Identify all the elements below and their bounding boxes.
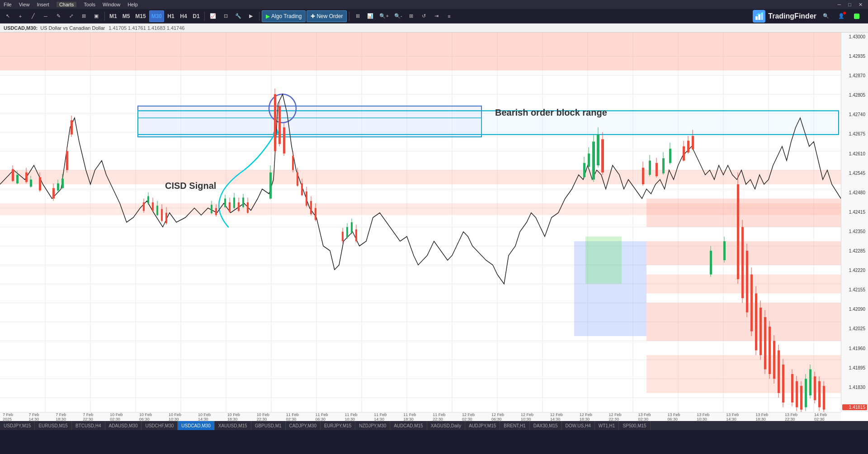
title-help[interactable]: Help — [127, 2, 138, 7]
price-8: 1.42545 — [842, 171, 867, 176]
search-btn[interactable]: 🔍 — [820, 10, 832, 22]
tab-xagusd-daily[interactable]: XAGUSD,Daily — [427, 421, 465, 430]
title-file[interactable]: File — [4, 2, 12, 7]
tab-eurjpy-m15[interactable]: EURJPY,M15 — [321, 421, 355, 430]
tab-sp500-m15[interactable]: SP500,M15 — [619, 421, 650, 430]
chart-canvas[interactable]: Bearish order block range CISD Signal — [0, 33, 841, 412]
time-label-21: 12 Feb 22:30 — [606, 412, 636, 421]
time-label-18: 12 Feb 10:30 — [518, 412, 547, 421]
tab-btcusd-h4[interactable]: BTCUSD,H4 — [72, 421, 105, 430]
toolbar: ↖ + ╱ ─ ✎ ⤢ ⊞ ▣ M1 M5 M15 M30 H1 H4 D1 📈… — [0, 9, 868, 23]
zoom-out-btn[interactable]: 🔍- — [392, 10, 405, 22]
time-label-20: 12 Feb 18:30 — [577, 412, 606, 421]
scroll-end-btn[interactable]: ⇥ — [431, 10, 443, 22]
window-controls: ─ □ ✕ — [836, 2, 864, 8]
tab-wt1-h1[interactable]: WT1,H1 — [595, 421, 619, 430]
price-2: 1.42935 — [842, 54, 867, 59]
depth-btn[interactable]: ⊞ — [352, 10, 363, 22]
tab-audjpy-m15[interactable]: AUDJPY,M15 — [465, 421, 500, 430]
cursor-tool[interactable]: ↖ — [2, 10, 14, 22]
tf-h4[interactable]: H4 — [178, 10, 189, 22]
tab-adausd-m30[interactable]: ADAUSD,M30 — [105, 421, 142, 430]
time-scale: 7 Feb 2025 7 Feb 14:30 7 Feb 18:30 7 Feb… — [0, 412, 841, 421]
time-label-2: 7 Feb 18:30 — [53, 412, 80, 421]
separator-1 — [104, 12, 105, 21]
maximize-btn[interactable]: □ — [846, 2, 853, 8]
refresh-btn[interactable]: ↺ — [418, 10, 430, 22]
chart-area: USDCAD,M30: US Dollar vs Canadian Dollar… — [0, 23, 868, 430]
svg-rect-44 — [646, 199, 841, 227]
tab-nzdjpy-m30[interactable]: NZDJPY,M30 — [355, 421, 390, 430]
time-label-1: 7 Feb 14:30 — [26, 412, 53, 421]
tab-dax30-m15[interactable]: DAX30,M15 — [530, 421, 562, 430]
svg-rect-47 — [646, 303, 841, 341]
time-label-6: 10 Feb 10:30 — [166, 412, 195, 421]
tab-gbpusd-m1[interactable]: GBPUSD,M1 — [251, 421, 286, 430]
minimize-btn[interactable]: ─ — [836, 2, 843, 8]
chart-type-btn[interactable]: 📈 — [207, 10, 219, 22]
shapes-tool[interactable]: ▣ — [90, 10, 102, 22]
title-tools[interactable]: Tools — [84, 2, 95, 7]
properties-btn[interactable]: ≡ — [443, 10, 455, 22]
time-label-7: 10 Feb 14:30 — [195, 412, 225, 421]
tab-xauusd-m15[interactable]: XAUUSD,M15 — [215, 421, 251, 430]
new-order-btn[interactable]: ✚ New Order — [307, 10, 347, 22]
tf-m5[interactable]: M5 — [120, 10, 132, 22]
price-16: 1.42025 — [842, 326, 867, 331]
title-window[interactable]: Window — [103, 2, 120, 7]
notification-btn[interactable]: 👤 — [835, 10, 847, 22]
price-12: 1.42285 — [842, 248, 867, 253]
tf-d1[interactable]: D1 — [190, 10, 202, 22]
bearish-label-text: Bearish order block range — [495, 107, 607, 117]
arrow-tool[interactable]: ⤢ — [65, 10, 77, 22]
price-13: 1.42220 — [842, 268, 867, 273]
close-btn[interactable]: ✕ — [857, 2, 864, 8]
time-label-9: 10 Feb 22:30 — [254, 412, 283, 421]
indicators-btn[interactable]: ⊡ — [220, 10, 231, 22]
logo-area: TradingFinder 🔍 👤 — [753, 10, 866, 23]
algo-trading-btn[interactable]: ▶ Algo Trading — [262, 10, 306, 22]
tab-usdchf-m30[interactable]: USDCHF,M30 — [142, 421, 178, 430]
tab-eurusd-m15[interactable]: EURUSD,M15 — [35, 421, 71, 430]
tab-brent-h1[interactable]: BRENT,H1 — [500, 421, 529, 430]
price-9: 1.42480 — [842, 190, 867, 195]
svg-rect-1 — [758, 14, 760, 20]
tf-m30[interactable]: M30 — [149, 10, 164, 22]
tf-m15[interactable]: M15 — [133, 10, 148, 22]
hline-tool[interactable]: ─ — [40, 10, 52, 22]
chart-shift-btn[interactable]: 📊 — [364, 10, 376, 22]
tf-h1[interactable]: H1 — [165, 10, 177, 22]
pencil-tool[interactable]: ✎ — [52, 10, 64, 22]
tab-dow-h4[interactable]: DOW.US,H4 — [562, 421, 595, 430]
price-17: 1.41960 — [842, 346, 867, 351]
title-insert[interactable]: Insert — [37, 2, 49, 7]
title-menu: File View Insert Charts Tools Window Hel… — [4, 2, 138, 7]
price-scale: 1.43000 1.42935 1.42870 1.42805 1.42740 … — [841, 33, 868, 412]
time-label-5: 10 Feb 06:30 — [137, 412, 166, 421]
tab-usdcad-m30[interactable]: USDCAD,M30 — [178, 421, 214, 430]
price-14: 1.42155 — [842, 287, 867, 292]
svg-rect-41 — [0, 33, 841, 70]
title-charts[interactable]: Charts — [57, 2, 76, 7]
chart-svg: Bearish order block range CISD Signal — [0, 33, 841, 412]
separator-2 — [204, 12, 205, 21]
time-label-19: 12 Feb 14:30 — [547, 412, 577, 421]
tab-audcad-m15[interactable]: AUDCAD,M15 — [390, 421, 427, 430]
tf-m1[interactable]: M1 — [107, 10, 119, 22]
settings-btn[interactable]: 🔧 — [232, 10, 244, 22]
line-tool[interactable]: ╱ — [27, 10, 39, 22]
crosshair-tool[interactable]: + — [14, 10, 26, 22]
tab-cadjpy-m30[interactable]: CADJPY,M30 — [286, 421, 321, 430]
svg-rect-48 — [646, 355, 841, 393]
title-view[interactable]: View — [19, 2, 30, 7]
zoom-in-btn[interactable]: 🔍+ — [377, 10, 391, 22]
play-btn[interactable]: ▶ — [245, 10, 257, 22]
time-label-28: 14 Feb 02:30 — [811, 412, 841, 421]
period-sep-btn[interactable]: ⊞ — [406, 10, 417, 22]
tab-usdjpy-m15[interactable]: USDJPY,M15 — [0, 421, 35, 430]
time-label-25: 13 Feb 14:30 — [723, 412, 753, 421]
text-tool[interactable]: ⊞ — [78, 10, 90, 22]
price-11: 1.42350 — [842, 229, 867, 234]
connection-status[interactable] — [851, 10, 863, 22]
time-label-23: 13 Feb 06:30 — [665, 412, 694, 421]
